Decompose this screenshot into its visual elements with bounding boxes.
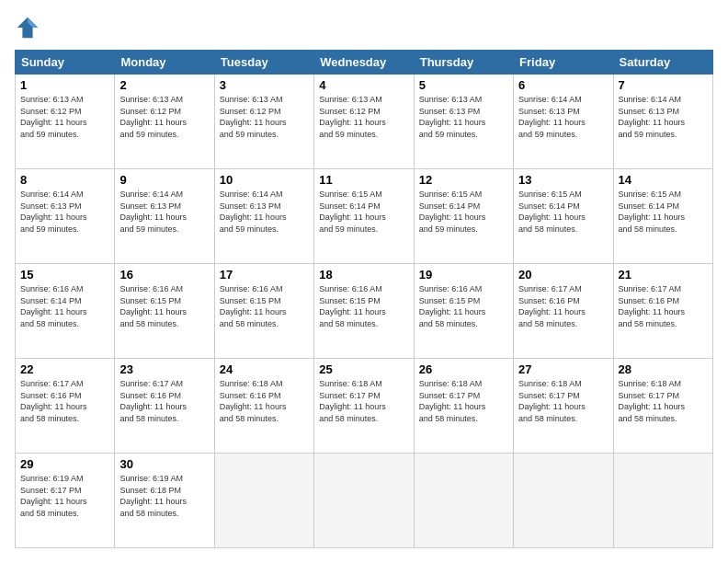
day-info: Sunrise: 6:15 AM Sunset: 6:14 PM Dayligh… bbox=[419, 189, 508, 235]
day-number: 20 bbox=[518, 268, 608, 282]
calendar-cell: 10Sunrise: 6:14 AM Sunset: 6:13 PM Dayli… bbox=[214, 169, 313, 264]
day-info: Sunrise: 6:17 AM Sunset: 6:16 PM Dayligh… bbox=[619, 283, 708, 329]
day-info: Sunrise: 6:13 AM Sunset: 6:12 PM Dayligh… bbox=[220, 94, 309, 140]
calendar-cell: 20Sunrise: 6:17 AM Sunset: 6:16 PM Dayli… bbox=[514, 264, 613, 359]
calendar-cell bbox=[613, 454, 712, 548]
calendar-week-row: 1Sunrise: 6:13 AM Sunset: 6:12 PM Daylig… bbox=[16, 75, 713, 169]
day-of-week-header: Sunday bbox=[16, 51, 115, 75]
day-number: 3 bbox=[220, 78, 309, 92]
day-info: Sunrise: 6:19 AM Sunset: 6:17 PM Dayligh… bbox=[20, 473, 109, 519]
calendar-cell: 18Sunrise: 6:16 AM Sunset: 6:15 PM Dayli… bbox=[314, 264, 414, 359]
calendar-cell: 30Sunrise: 6:19 AM Sunset: 6:18 PM Dayli… bbox=[115, 454, 214, 548]
calendar-cell: 14Sunrise: 6:15 AM Sunset: 6:14 PM Dayli… bbox=[613, 169, 712, 264]
day-info: Sunrise: 6:15 AM Sunset: 6:14 PM Dayligh… bbox=[319, 189, 408, 235]
calendar-week-row: 22Sunrise: 6:17 AM Sunset: 6:16 PM Dayli… bbox=[16, 359, 713, 454]
day-number: 9 bbox=[119, 173, 209, 187]
day-info: Sunrise: 6:14 AM Sunset: 6:13 PM Dayligh… bbox=[119, 189, 209, 235]
header bbox=[15, 15, 713, 40]
calendar-cell: 26Sunrise: 6:18 AM Sunset: 6:17 PM Dayli… bbox=[414, 359, 513, 454]
day-number: 8 bbox=[20, 173, 109, 187]
day-info: Sunrise: 6:13 AM Sunset: 6:12 PM Dayligh… bbox=[119, 94, 209, 140]
calendar-cell: 17Sunrise: 6:16 AM Sunset: 6:15 PM Dayli… bbox=[214, 264, 313, 359]
calendar-cell: 3Sunrise: 6:13 AM Sunset: 6:12 PM Daylig… bbox=[214, 75, 313, 169]
calendar-cell: 16Sunrise: 6:16 AM Sunset: 6:15 PM Dayli… bbox=[115, 264, 214, 359]
day-info: Sunrise: 6:14 AM Sunset: 6:13 PM Dayligh… bbox=[619, 94, 708, 140]
page: SundayMondayTuesdayWednesdayThursdayFrid… bbox=[0, 0, 728, 563]
day-info: Sunrise: 6:16 AM Sunset: 6:15 PM Dayligh… bbox=[319, 283, 408, 329]
day-info: Sunrise: 6:16 AM Sunset: 6:15 PM Dayligh… bbox=[419, 283, 508, 329]
day-number: 27 bbox=[518, 362, 608, 376]
day-number: 6 bbox=[518, 78, 608, 92]
day-number: 11 bbox=[319, 173, 408, 187]
day-number: 14 bbox=[619, 173, 708, 187]
calendar-cell: 1Sunrise: 6:13 AM Sunset: 6:12 PM Daylig… bbox=[16, 75, 115, 169]
day-of-week-header: Wednesday bbox=[314, 51, 414, 75]
calendar-table: SundayMondayTuesdayWednesdayThursdayFrid… bbox=[15, 50, 713, 548]
calendar-cell: 29Sunrise: 6:19 AM Sunset: 6:17 PM Dayli… bbox=[16, 454, 115, 548]
calendar-cell: 12Sunrise: 6:15 AM Sunset: 6:14 PM Dayli… bbox=[414, 169, 513, 264]
day-info: Sunrise: 6:16 AM Sunset: 6:15 PM Dayligh… bbox=[119, 283, 209, 329]
day-number: 23 bbox=[119, 362, 209, 376]
calendar-cell: 23Sunrise: 6:17 AM Sunset: 6:16 PM Dayli… bbox=[115, 359, 214, 454]
calendar-cell: 2Sunrise: 6:13 AM Sunset: 6:12 PM Daylig… bbox=[115, 75, 214, 169]
day-number: 1 bbox=[20, 78, 109, 92]
day-info: Sunrise: 6:17 AM Sunset: 6:16 PM Dayligh… bbox=[119, 378, 209, 424]
day-number: 5 bbox=[419, 78, 508, 92]
calendar-cell bbox=[514, 454, 613, 548]
day-number: 15 bbox=[20, 268, 109, 282]
day-number: 29 bbox=[20, 457, 109, 471]
day-info: Sunrise: 6:18 AM Sunset: 6:17 PM Dayligh… bbox=[518, 378, 608, 424]
day-number: 22 bbox=[20, 362, 109, 376]
day-info: Sunrise: 6:18 AM Sunset: 6:16 PM Dayligh… bbox=[220, 378, 309, 424]
day-number: 16 bbox=[119, 268, 209, 282]
day-number: 26 bbox=[419, 362, 508, 376]
calendar-cell: 8Sunrise: 6:14 AM Sunset: 6:13 PM Daylig… bbox=[16, 169, 115, 264]
day-of-week-header: Tuesday bbox=[214, 51, 313, 75]
calendar-cell: 19Sunrise: 6:16 AM Sunset: 6:15 PM Dayli… bbox=[414, 264, 513, 359]
calendar-cell: 6Sunrise: 6:14 AM Sunset: 6:13 PM Daylig… bbox=[514, 75, 613, 169]
logo-icon bbox=[15, 15, 40, 40]
day-number: 25 bbox=[319, 362, 408, 376]
day-number: 21 bbox=[619, 268, 708, 282]
day-info: Sunrise: 6:16 AM Sunset: 6:15 PM Dayligh… bbox=[220, 283, 309, 329]
day-of-week-header: Thursday bbox=[414, 51, 513, 75]
day-number: 24 bbox=[220, 362, 309, 376]
day-info: Sunrise: 6:14 AM Sunset: 6:13 PM Dayligh… bbox=[20, 189, 109, 235]
calendar-cell: 5Sunrise: 6:13 AM Sunset: 6:13 PM Daylig… bbox=[414, 75, 513, 169]
calendar-cell bbox=[214, 454, 313, 548]
calendar-cell: 21Sunrise: 6:17 AM Sunset: 6:16 PM Dayli… bbox=[613, 264, 712, 359]
calendar-cell: 11Sunrise: 6:15 AM Sunset: 6:14 PM Dayli… bbox=[314, 169, 414, 264]
day-info: Sunrise: 6:15 AM Sunset: 6:14 PM Dayligh… bbox=[619, 189, 708, 235]
day-number: 10 bbox=[220, 173, 309, 187]
calendar-week-row: 8Sunrise: 6:14 AM Sunset: 6:13 PM Daylig… bbox=[16, 169, 713, 264]
day-number: 30 bbox=[119, 457, 209, 471]
calendar-cell: 4Sunrise: 6:13 AM Sunset: 6:12 PM Daylig… bbox=[314, 75, 414, 169]
calendar-cell: 13Sunrise: 6:15 AM Sunset: 6:14 PM Dayli… bbox=[514, 169, 613, 264]
calendar-cell: 27Sunrise: 6:18 AM Sunset: 6:17 PM Dayli… bbox=[514, 359, 613, 454]
day-number: 12 bbox=[419, 173, 508, 187]
calendar-cell: 24Sunrise: 6:18 AM Sunset: 6:16 PM Dayli… bbox=[214, 359, 313, 454]
calendar-cell: 15Sunrise: 6:16 AM Sunset: 6:14 PM Dayli… bbox=[16, 264, 115, 359]
calendar-cell: 9Sunrise: 6:14 AM Sunset: 6:13 PM Daylig… bbox=[115, 169, 214, 264]
calendar-cell: 22Sunrise: 6:17 AM Sunset: 6:16 PM Dayli… bbox=[16, 359, 115, 454]
calendar-week-row: 15Sunrise: 6:16 AM Sunset: 6:14 PM Dayli… bbox=[16, 264, 713, 359]
day-info: Sunrise: 6:17 AM Sunset: 6:16 PM Dayligh… bbox=[20, 378, 109, 424]
day-info: Sunrise: 6:15 AM Sunset: 6:14 PM Dayligh… bbox=[518, 189, 608, 235]
day-info: Sunrise: 6:13 AM Sunset: 6:13 PM Dayligh… bbox=[419, 94, 508, 140]
calendar-cell bbox=[314, 454, 414, 548]
day-of-week-header: Friday bbox=[514, 51, 613, 75]
day-info: Sunrise: 6:19 AM Sunset: 6:18 PM Dayligh… bbox=[119, 473, 209, 519]
day-info: Sunrise: 6:13 AM Sunset: 6:12 PM Dayligh… bbox=[20, 94, 109, 140]
day-number: 17 bbox=[220, 268, 309, 282]
calendar-cell: 7Sunrise: 6:14 AM Sunset: 6:13 PM Daylig… bbox=[613, 75, 712, 169]
logo bbox=[15, 15, 44, 40]
day-of-week-header: Saturday bbox=[613, 51, 712, 75]
day-number: 18 bbox=[319, 268, 408, 282]
day-info: Sunrise: 6:18 AM Sunset: 6:17 PM Dayligh… bbox=[319, 378, 408, 424]
day-info: Sunrise: 6:17 AM Sunset: 6:16 PM Dayligh… bbox=[518, 283, 608, 329]
day-info: Sunrise: 6:18 AM Sunset: 6:17 PM Dayligh… bbox=[419, 378, 508, 424]
day-number: 4 bbox=[319, 78, 408, 92]
day-info: Sunrise: 6:16 AM Sunset: 6:14 PM Dayligh… bbox=[20, 283, 109, 329]
day-info: Sunrise: 6:14 AM Sunset: 6:13 PM Dayligh… bbox=[518, 94, 608, 140]
day-info: Sunrise: 6:13 AM Sunset: 6:12 PM Dayligh… bbox=[319, 94, 408, 140]
